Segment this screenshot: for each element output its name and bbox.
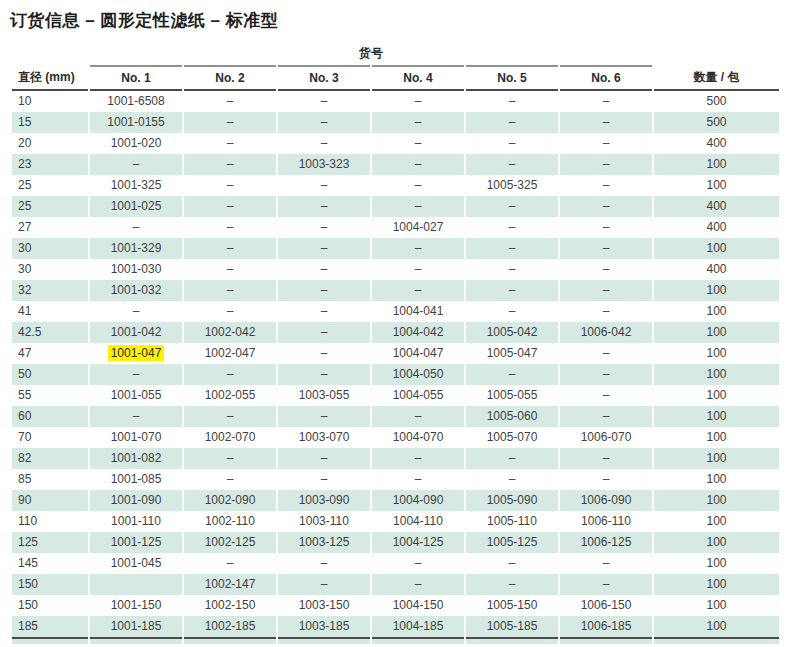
qty-cell: 100 bbox=[654, 469, 779, 490]
code-cell: – bbox=[560, 385, 652, 406]
column-header-no6: No. 6 bbox=[560, 65, 652, 91]
code-cell: 1001-325 bbox=[90, 175, 182, 196]
table-row: 851001-085–––––100 bbox=[12, 469, 779, 490]
table-header: 货号 直径 (mm) No. 1 No. 2 No. 3 No. 4 No. 5… bbox=[12, 45, 779, 91]
code-cell: – bbox=[560, 448, 652, 469]
code-cell: – bbox=[184, 301, 276, 322]
code-cell: 1004-185 bbox=[372, 616, 464, 639]
code-cell: 1005-047 bbox=[466, 343, 558, 364]
cropped-cell bbox=[466, 639, 558, 644]
code-cell: – bbox=[278, 133, 370, 154]
code-cell: 1004-125 bbox=[372, 532, 464, 553]
code-cell: – bbox=[466, 112, 558, 133]
diameter-cell: 15 bbox=[12, 112, 88, 133]
code-cell: 1006-185 bbox=[560, 616, 652, 639]
group-header-spacer-left bbox=[12, 45, 88, 65]
code-cell: 1003-090 bbox=[278, 490, 370, 511]
diameter-cell: 30 bbox=[12, 259, 88, 280]
qty-cell: 100 bbox=[654, 385, 779, 406]
table-row: 41–––1004-041––100 bbox=[12, 301, 779, 322]
code-cell: 1004-070 bbox=[372, 427, 464, 448]
group-header-row: 货号 bbox=[12, 45, 779, 65]
code-cell: – bbox=[560, 133, 652, 154]
code-cell: – bbox=[184, 469, 276, 490]
code-cell: 1004-150 bbox=[372, 595, 464, 616]
code-cell: – bbox=[184, 238, 276, 259]
code-cell: 1006-110 bbox=[560, 511, 652, 532]
code-cell: – bbox=[372, 574, 464, 595]
column-header-no4: No. 4 bbox=[372, 65, 464, 91]
code-cell: – bbox=[372, 91, 464, 112]
code-cell: 1005-325 bbox=[466, 175, 558, 196]
code-cell: 1001-045 bbox=[90, 553, 182, 574]
code-cell: – bbox=[560, 469, 652, 490]
diameter-cell: 90 bbox=[12, 490, 88, 511]
diameter-cell: 47 bbox=[12, 343, 88, 364]
qty-cell: 100 bbox=[654, 238, 779, 259]
qty-cell: 400 bbox=[654, 259, 779, 280]
code-cell: – bbox=[90, 154, 182, 175]
code-cell: 1002-070 bbox=[184, 427, 276, 448]
code-cell: – bbox=[278, 322, 370, 343]
code-cell: – bbox=[466, 133, 558, 154]
diameter-cell: 25 bbox=[12, 175, 88, 196]
cropped-next-row bbox=[12, 639, 779, 644]
code-cell bbox=[90, 574, 182, 595]
code-cell: – bbox=[278, 301, 370, 322]
code-cell: – bbox=[184, 112, 276, 133]
code-cell: – bbox=[278, 196, 370, 217]
column-header-qty: 数量 / 包 bbox=[654, 65, 779, 91]
qty-cell: 100 bbox=[654, 448, 779, 469]
code-cell: 1005-042 bbox=[466, 322, 558, 343]
qty-cell: 100 bbox=[654, 616, 779, 639]
code-cell: 1001-030 bbox=[90, 259, 182, 280]
table-row: 471001-0471002-047–1004-0471005-047–100 bbox=[12, 343, 779, 364]
code-cell: – bbox=[372, 469, 464, 490]
table-row: 101001-6508–––––500 bbox=[12, 91, 779, 112]
code-cell: 1005-060 bbox=[466, 406, 558, 427]
code-cell: 1001-042 bbox=[90, 322, 182, 343]
code-cell: 1001-6508 bbox=[90, 91, 182, 112]
code-cell: 1004-110 bbox=[372, 511, 464, 532]
code-cell: – bbox=[184, 259, 276, 280]
table-row: 27–––1004-027––400 bbox=[12, 217, 779, 238]
code-cell: – bbox=[466, 154, 558, 175]
qty-cell: 100 bbox=[654, 595, 779, 616]
qty-cell: 100 bbox=[654, 574, 779, 595]
code-cell: – bbox=[466, 364, 558, 385]
code-cell: 1001-085 bbox=[90, 469, 182, 490]
cropped-cell bbox=[372, 639, 464, 644]
code-cell: 1006-090 bbox=[560, 490, 652, 511]
code-cell: – bbox=[560, 574, 652, 595]
code-cell: – bbox=[372, 133, 464, 154]
code-cell: – bbox=[466, 196, 558, 217]
order-table: 货号 直径 (mm) No. 1 No. 2 No. 3 No. 4 No. 5… bbox=[10, 45, 781, 644]
qty-cell: 500 bbox=[654, 91, 779, 112]
column-header-row: 直径 (mm) No. 1 No. 2 No. 3 No. 4 No. 5 No… bbox=[12, 65, 779, 91]
code-cell: – bbox=[184, 154, 276, 175]
code-cell: – bbox=[278, 469, 370, 490]
code-cell: 1003-150 bbox=[278, 595, 370, 616]
code-cell: – bbox=[560, 364, 652, 385]
qty-cell: 400 bbox=[654, 196, 779, 217]
group-header-spacer-right bbox=[654, 45, 779, 65]
code-cell: – bbox=[560, 154, 652, 175]
code-cell: 1004-041 bbox=[372, 301, 464, 322]
code-cell: – bbox=[184, 217, 276, 238]
qty-cell: 100 bbox=[654, 553, 779, 574]
qty-cell: 100 bbox=[654, 322, 779, 343]
cropped-cell bbox=[12, 639, 88, 644]
table-row: 1451001-045–––––100 bbox=[12, 553, 779, 574]
qty-cell: 100 bbox=[654, 532, 779, 553]
code-cell: – bbox=[278, 91, 370, 112]
code-cell: 1003-125 bbox=[278, 532, 370, 553]
diameter-cell: 50 bbox=[12, 364, 88, 385]
code-cell: – bbox=[278, 553, 370, 574]
code-cell: – bbox=[372, 553, 464, 574]
code-cell: – bbox=[560, 259, 652, 280]
table-row: 50–––1004-050––100 bbox=[12, 364, 779, 385]
code-cell: – bbox=[278, 217, 370, 238]
code-cell: 1001-150 bbox=[90, 595, 182, 616]
code-cell: – bbox=[278, 364, 370, 385]
cropped-cell bbox=[184, 639, 276, 644]
